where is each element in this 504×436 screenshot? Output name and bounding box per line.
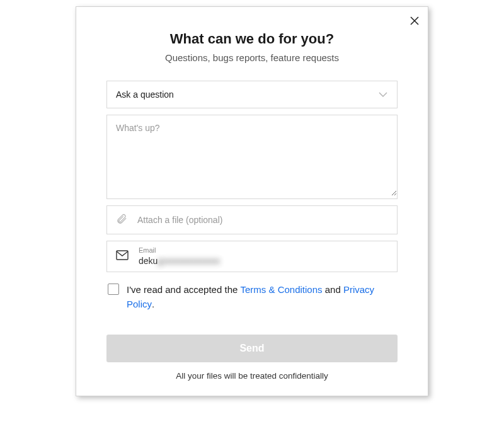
email-label: Email — [139, 246, 220, 255]
footer-note: All your files will be treated confident… — [106, 371, 398, 381]
chevron-down-icon — [378, 89, 388, 100]
consent-checkbox[interactable] — [108, 284, 119, 295]
email-inner: Email dekugxxxxxxxxxxxxx — [139, 246, 220, 266]
email-field[interactable]: Email dekugxxxxxxxxxxxxx — [106, 241, 398, 272]
attach-file-label: Attach a file (optional) — [137, 215, 222, 225]
topic-dropdown[interactable]: Ask a question — [106, 81, 398, 108]
email-value: dekugxxxxxxxxxxxxx — [139, 255, 220, 267]
message-textarea[interactable] — [107, 115, 397, 196]
modal-subtitle: Questions, bugs reports, feature request… — [106, 52, 398, 63]
consent-row: I've read and accepted the Terms & Condi… — [106, 282, 398, 312]
paperclip-icon — [116, 213, 127, 227]
svg-rect-2 — [117, 251, 128, 260]
attach-file-field[interactable]: Attach a file (optional) — [106, 205, 398, 234]
contact-modal: What can we do for you? Questions, bugs … — [76, 6, 428, 396]
send-button[interactable]: Send — [106, 335, 398, 362]
topic-dropdown-label: Ask a question — [116, 89, 174, 100]
modal-title: What can we do for you? — [106, 31, 398, 47]
consent-text: I've read and accepted the Terms & Condi… — [127, 282, 396, 312]
mail-icon — [116, 250, 129, 263]
close-icon[interactable] — [410, 14, 419, 27]
message-field-wrapper — [106, 115, 398, 199]
terms-link[interactable]: Terms & Conditions — [241, 284, 323, 295]
